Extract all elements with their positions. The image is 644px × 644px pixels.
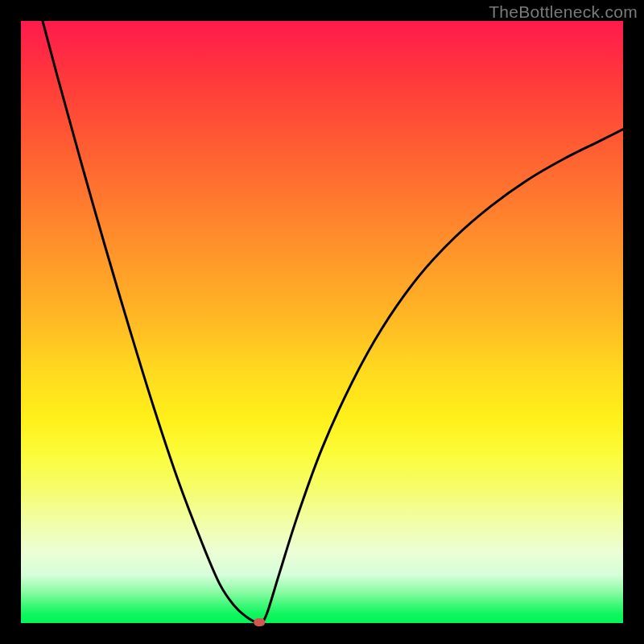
plot-background-gradient bbox=[21, 21, 623, 623]
watermark-text: TheBottleneck.com bbox=[489, 2, 638, 22]
chart-frame: TheBottleneck.com bbox=[0, 0, 644, 644]
